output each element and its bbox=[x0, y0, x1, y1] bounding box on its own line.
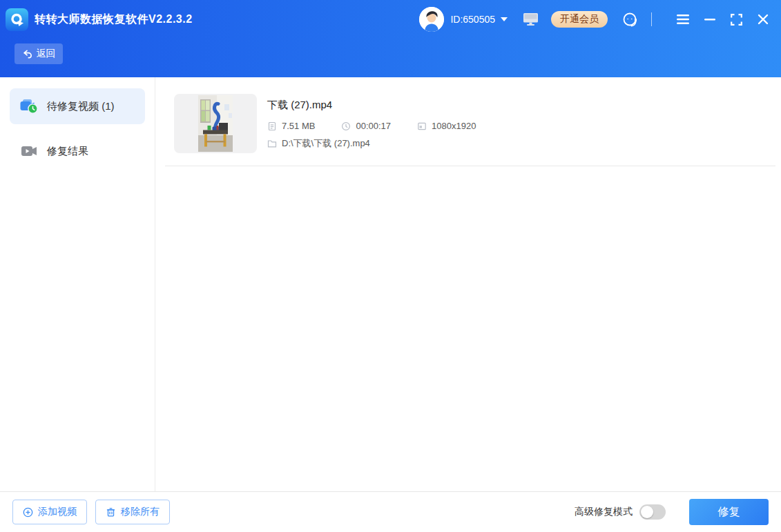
user-id[interactable]: ID:650505 bbox=[450, 14, 495, 25]
video-duration-value: 00:00:17 bbox=[356, 121, 391, 131]
app-logo-icon bbox=[6, 8, 28, 31]
app-window: 转转大师数据恢复软件V2.2.3.2 ID:650505 bbox=[0, 0, 781, 532]
minimize-icon[interactable] bbox=[702, 12, 718, 27]
video-resolution: 1080x1920 bbox=[417, 121, 476, 131]
video-meta: 7.51 MB 00:00:17 bbox=[267, 121, 502, 131]
sidebar-item-label: 待修复视频 (1) bbox=[47, 100, 115, 113]
clock-icon bbox=[341, 121, 351, 131]
headset-icon[interactable] bbox=[621, 11, 639, 28]
video-resolution-value: 1080x1920 bbox=[432, 121, 476, 131]
video-list: 下载 (27).mp4 7.51 MB bbox=[155, 77, 781, 491]
menu-icon[interactable] bbox=[674, 12, 692, 27]
titlebar: 转转大师数据恢复软件V2.2.3.2 ID:650505 bbox=[0, 0, 781, 39]
video-results-icon bbox=[20, 144, 38, 159]
vip-button[interactable]: 开通会员 bbox=[551, 11, 608, 28]
footer-bar: 添加视频 移除所有 高级修复模式 修复 bbox=[0, 491, 781, 532]
video-path-value: D:\下载\下载 (27).mp4 bbox=[282, 137, 370, 150]
sidebar-item-pending-videos[interactable]: 待修复视频 (1) bbox=[10, 88, 145, 124]
remove-all-label: 移除所有 bbox=[121, 506, 160, 518]
user-avatar[interactable] bbox=[419, 7, 444, 32]
video-path: D:\下载\下载 (27).mp4 bbox=[267, 137, 502, 150]
video-pending-icon bbox=[20, 99, 38, 114]
sidebar: 待修复视频 (1) 修复结果 bbox=[0, 77, 155, 491]
video-list-item[interactable]: 下载 (27).mp4 7.51 MB bbox=[165, 77, 775, 166]
monitor-icon[interactable] bbox=[523, 12, 539, 26]
footer-right: 高级修复模式 修复 bbox=[575, 499, 769, 525]
screen-icon bbox=[417, 121, 427, 131]
video-size-value: 7.51 MB bbox=[282, 121, 315, 131]
trash-icon bbox=[106, 507, 116, 518]
advanced-mode-toggle[interactable] bbox=[639, 504, 666, 520]
app-title: 转转大师数据恢复软件V2.2.3.2 bbox=[35, 12, 193, 27]
video-duration: 00:00:17 bbox=[341, 121, 391, 131]
advanced-mode-label: 高级修复模式 bbox=[575, 506, 633, 518]
video-size: 7.51 MB bbox=[267, 121, 315, 131]
remove-all-button[interactable]: 移除所有 bbox=[95, 500, 170, 524]
video-filename: 下载 (27).mp4 bbox=[267, 99, 502, 112]
titlebar-right: ID:650505 开通会员 bbox=[419, 7, 771, 32]
header-banner: 转转大师数据恢复软件V2.2.3.2 ID:650505 bbox=[0, 0, 781, 77]
chevron-down-icon[interactable] bbox=[501, 17, 508, 21]
repair-button[interactable]: 修复 bbox=[689, 499, 769, 525]
toolbar: 返回 bbox=[0, 39, 781, 64]
video-thumbnail bbox=[174, 94, 257, 153]
plus-circle-icon bbox=[23, 507, 33, 518]
file-icon bbox=[267, 121, 277, 131]
toggle-knob bbox=[641, 506, 653, 518]
maximize-icon[interactable] bbox=[728, 11, 745, 28]
video-info: 下载 (27).mp4 7.51 MB bbox=[267, 94, 502, 153]
sidebar-item-repair-results[interactable]: 修复结果 bbox=[10, 133, 145, 169]
titlebar-divider bbox=[651, 12, 652, 26]
content-area: 待修复视频 (1) 修复结果 bbox=[0, 77, 781, 491]
add-video-label: 添加视频 bbox=[38, 506, 77, 518]
thumbnail-image bbox=[198, 95, 233, 152]
folder-icon bbox=[267, 139, 277, 148]
sidebar-item-label: 修复结果 bbox=[47, 145, 88, 158]
close-icon[interactable] bbox=[755, 11, 771, 28]
add-video-button[interactable]: 添加视频 bbox=[12, 500, 87, 524]
back-button[interactable]: 返回 bbox=[15, 43, 63, 64]
back-arrow-icon bbox=[22, 49, 32, 59]
back-label: 返回 bbox=[37, 48, 56, 60]
